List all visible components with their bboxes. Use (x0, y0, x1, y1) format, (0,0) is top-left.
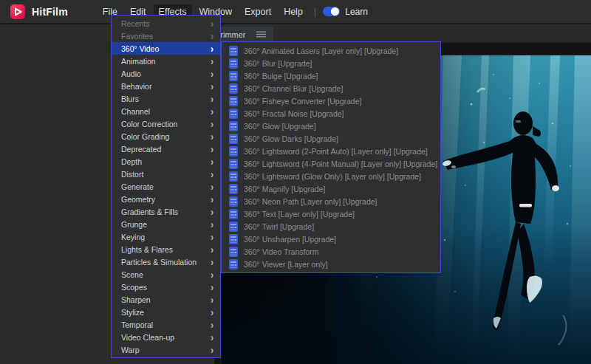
effects-menu-item[interactable]: Keying › (112, 230, 220, 243)
submenu-effect-item[interactable]: 360° Fisheye Converter [Upgrade] (222, 95, 440, 107)
effect-document-icon (229, 259, 238, 269)
trimmer-tab[interactable]: Trimmer (214, 27, 273, 42)
chevron-right-icon: › (211, 244, 213, 255)
effect-document-icon (229, 234, 238, 244)
submenu-effect-item[interactable]: 360° Glow Darks [Upgrade] (222, 132, 440, 145)
effects-menu-item-label: Color Grading (121, 132, 169, 141)
submenu-effect-item[interactable]: 360° Animated Lasers [Layer only] [Upgra… (222, 44, 440, 57)
effects-menu-item[interactable]: Animation › (112, 55, 220, 67)
effects-menu-item-label: Gradients & Fills (121, 207, 178, 216)
chevron-right-icon: › (211, 55, 213, 66)
chevron-right-icon: › (211, 332, 213, 343)
submenu-effect-item-label: 360° Channel Blur [Upgrade] (244, 84, 343, 93)
effects-menu-item[interactable]: Behavior › (112, 80, 220, 92)
app-title: HitFilm (32, 6, 68, 18)
submenu-effect-item[interactable]: 360° Text [Layer only] [Upgrade] (222, 207, 440, 220)
effect-document-icon (229, 134, 238, 144)
submenu-effect-item[interactable]: 360° Channel Blur [Upgrade] (222, 82, 440, 95)
effects-menu-item[interactable]: Grunge › (112, 218, 220, 230)
submenu-effect-item[interactable]: 360° Magnify [Upgrade] (222, 182, 440, 195)
effects-menu-item[interactable]: Blurs › (112, 92, 220, 105)
submenu-effect-item-label: 360° Glow Darks [Upgrade] (244, 134, 338, 143)
submenu-effect-item-label: 360° Magnify [Upgrade] (244, 185, 325, 193)
effects-menu-item[interactable]: Lights & Flares › (112, 243, 220, 255)
effect-document-icon (229, 196, 238, 207)
effect-document-icon (229, 209, 238, 219)
effects-menu-item-label: Warp (121, 346, 140, 354)
chevron-right-icon: › (211, 156, 213, 167)
submenu-effect-item-label: 360° Text [Layer only] [Upgrade] (244, 210, 355, 219)
effects-menu-item[interactable]: Warp › (112, 343, 220, 356)
effects-menu-item-label: Deprecated (121, 145, 161, 154)
effects-menu-item[interactable]: Particles & Simulation › (112, 255, 220, 268)
submenu-effect-item-label: 360° Neon Path [Layer only] [Upgrade] (244, 197, 377, 206)
effects-menu-item-label: Favorites (121, 32, 153, 41)
menubar-item[interactable]: Help (279, 4, 308, 19)
effects-menu-item[interactable]: Audio › (112, 67, 220, 80)
effects-menu-item-label: Behavior (121, 82, 151, 91)
submenu-effect-item[interactable]: 360° Fractal Noise [Upgrade] (222, 107, 440, 120)
effects-menu-item[interactable]: Video Clean-up › (112, 331, 220, 343)
effects-menu-item[interactable]: Stylize › (112, 306, 220, 318)
effect-document-icon (229, 171, 238, 182)
effects-menu-item-label: Lights & Flares (121, 245, 173, 254)
effects-menu-item-label: Video Clean-up (121, 333, 174, 342)
chevron-right-icon: › (211, 206, 213, 217)
effects-menu-item[interactable]: Scopes › (112, 281, 220, 293)
submenu-effect-item[interactable]: 360° Video Transform (222, 245, 440, 258)
effects-menu-item-label: Generate (121, 182, 154, 191)
effects-menu-item[interactable]: Generate › (112, 180, 220, 193)
effects-menu-item[interactable]: Color Correction › (112, 117, 220, 130)
effects-menu-item[interactable]: Temporal › (112, 318, 220, 331)
effects-menu-item[interactable]: Distort › (112, 168, 220, 180)
submenu-effect-item[interactable]: 360° Glow [Upgrade] (222, 120, 440, 132)
effects-menu-item[interactable]: Color Grading › (112, 130, 220, 142)
submenu-effect-item-label: 360° Unsharpen [Upgrade] (244, 235, 336, 244)
submenu-effect-item[interactable]: 360° Lightsword (2-Point Auto) [Layer on… (222, 145, 440, 157)
effects-menu-item-label: Scopes (121, 283, 147, 292)
effects-menu-item[interactable]: Favorites › (112, 30, 220, 42)
effects-menu-item[interactable]: Scene › (112, 268, 220, 281)
submenu-effect-item[interactable]: 360° Twirl [Upgrade] (222, 220, 440, 233)
effect-document-icon (229, 247, 238, 257)
effects-menu-item[interactable]: Depth › (112, 155, 220, 168)
effects-menu-item-label: 360° Video (121, 44, 159, 53)
effects-menu-item[interactable]: 360° Video › (112, 42, 220, 55)
chevron-right-icon: › (211, 344, 213, 355)
submenu-effect-item[interactable]: 360° Blur [Upgrade] (222, 57, 440, 69)
effect-document-icon (229, 121, 238, 131)
learn-toggle[interactable] (323, 7, 340, 16)
effects-menu-item-label: Distort (121, 170, 143, 179)
chevron-right-icon: › (211, 294, 213, 305)
effects-menu-item[interactable]: Geometry › (112, 193, 220, 205)
submenu-effect-item[interactable]: 360° Lightsword (4-Point Manual) [Layer … (222, 157, 440, 170)
menubar-item-label: Export (245, 7, 271, 17)
submenu-effect-item-label: 360° Blur [Upgrade] (244, 59, 312, 68)
effects-menu-item[interactable]: Deprecated › (112, 142, 220, 155)
submenu-effect-item[interactable]: 360° Unsharpen [Upgrade] (222, 233, 440, 245)
effects-menu: Recents › Favorites › 360° Video › Anima… (111, 15, 221, 358)
panel-menu-icon[interactable] (256, 31, 266, 38)
effects-menu-item-label: Geometry (121, 195, 155, 204)
effects-menu-item[interactable]: Sharpen › (112, 293, 220, 306)
effects-menu-item-label: Color Correction (121, 120, 177, 128)
menubar-item[interactable]: Export (239, 4, 276, 19)
chevron-right-icon: › (211, 181, 213, 192)
submenu-effect-item-label: 360° Fisheye Converter [Upgrade] (244, 97, 361, 106)
submenu-effect-item[interactable]: 360° Neon Path [Layer only] [Upgrade] (222, 195, 440, 207)
submenu-effect-item[interactable]: 360° Lightsword (Glow Only) [Layer only]… (222, 170, 440, 182)
effect-document-icon (229, 83, 238, 94)
effects-menu-item[interactable]: Recents › (112, 17, 220, 30)
submenu-effect-item[interactable]: 360° Bulge [Upgrade] (222, 69, 440, 82)
submenu-effect-item[interactable]: 360° Viewer [Layer only] (222, 258, 440, 270)
effect-document-icon (229, 58, 238, 69)
effect-document-icon (229, 96, 238, 106)
submenu-effect-item-label: 360° Lightsword (Glow Only) [Layer only]… (244, 172, 421, 181)
effects-menu-item-label: Scene (121, 270, 143, 279)
effects-menu-item[interactable]: Gradients & Fills › (112, 205, 220, 218)
effects-menu-item-label: Grunge (121, 220, 147, 229)
menubar-separator: | (314, 6, 316, 17)
effects-menu-item[interactable]: Channel › (112, 105, 220, 117)
submenu-effect-item-label: 360° Twirl [Upgrade] (244, 222, 314, 231)
effects-menu-item-label: Recents (121, 19, 150, 28)
